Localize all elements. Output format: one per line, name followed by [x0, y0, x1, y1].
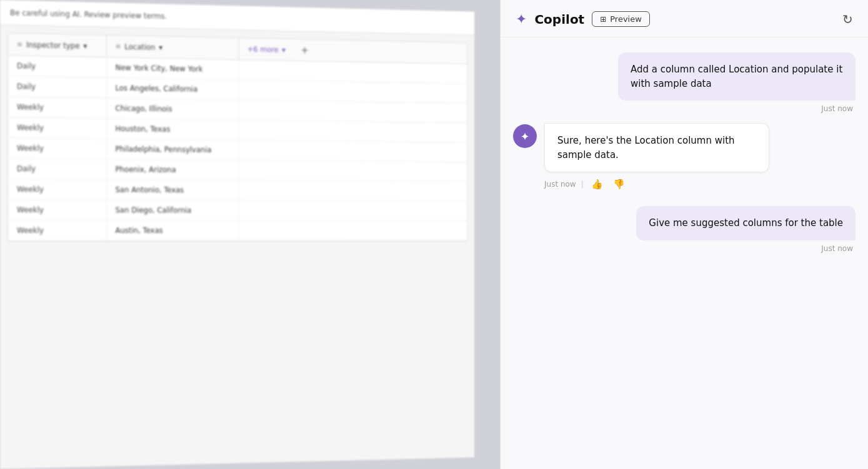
col-header-location[interactable]: ≡ Location ▾ — [107, 36, 239, 60]
location-cell: Chicago, Illinois — [107, 98, 239, 119]
user-message-1-time: Just now — [821, 104, 853, 113]
inspector-cell: Daily — [8, 76, 107, 97]
user-message-2-bubble: Give me suggested columns for the table — [636, 206, 856, 240]
bot-avatar: ✦ — [513, 124, 537, 148]
user-message-1-text: Add a column called Location and populat… — [631, 64, 842, 89]
extra-cols-chevron: ▾ — [282, 46, 286, 54]
chat-area: Add a column called Location and populat… — [501, 37, 868, 469]
table-row: Daily Phoenix, Arizona — [8, 159, 467, 182]
preview-badge-icon: ⊞ — [600, 15, 606, 24]
thumbs-up-button[interactable]: 👍 — [589, 177, 606, 191]
copilot-panel: ✦ Copilot ⊞ Preview ↻ Add a column calle… — [500, 0, 868, 469]
bot-message-1-footer: Just now | 👍 👎 — [544, 177, 627, 191]
location-col-label: Location — [124, 42, 155, 52]
user-message-1-bubble: Add a column called Location and populat… — [618, 52, 856, 101]
extra-cols-label: +6 more — [247, 45, 279, 54]
inspector-cell: Weekly — [8, 200, 107, 220]
location-cell: New York City, New York — [107, 57, 239, 79]
top-bar: Be careful using AI. Review preview term… — [0, 0, 474, 36]
col-header-inspector[interactable]: ≡ Inspector type ▾ — [8, 33, 107, 57]
location-cell: San Diego, California — [107, 200, 239, 220]
preview-badge-label: Preview — [610, 14, 642, 24]
preview-badge[interactable]: ⊞ Preview — [592, 11, 650, 27]
inspector-cell: Weekly — [8, 117, 107, 139]
spreadsheet-panel: Be careful using AI. Review preview term… — [0, 0, 474, 469]
add-col-icon: + — [301, 44, 309, 56]
inspector-cell: Daily — [8, 56, 107, 77]
user-message-2-time: Just now — [821, 244, 853, 253]
inspector-col-icon: ≡ — [17, 41, 22, 49]
bot-footer-divider: | — [581, 180, 584, 189]
inspector-cell: Weekly — [8, 179, 107, 200]
inspector-col-dropdown: ▾ — [83, 41, 87, 50]
location-cell: Los Angeles, California — [107, 78, 239, 100]
location-cell: Austin, Texas — [107, 220, 239, 240]
top-bar-text: Be careful using AI. Review preview term… — [10, 8, 167, 21]
bot-message-1-wrapper: ✦ Sure, here's the Location column with … — [513, 123, 856, 191]
location-cell: Phoenix, Arizona — [107, 159, 239, 180]
copilot-header: ✦ Copilot ⊞ Preview ↻ — [501, 0, 868, 37]
user-message-2-wrapper: Give me suggested columns for the table … — [513, 206, 856, 253]
bot-message-1-text: Sure, here's the Location column with sa… — [557, 135, 735, 160]
copilot-sparkle-icon: ✦ — [516, 11, 527, 27]
inspector-cell: Weekly — [8, 220, 107, 240]
thumbs-down-button[interactable]: 👎 — [611, 177, 627, 191]
inspector-cell: Weekly — [8, 97, 107, 118]
user-message-2-text: Give me suggested columns for the table — [649, 217, 843, 229]
bot-message-1-row: ✦ Sure, here's the Location column with … — [513, 123, 769, 172]
table-row: Weekly San Diego, California — [8, 200, 467, 221]
table-row: Weekly San Antonio, Texas — [8, 179, 467, 202]
location-col-icon: ≡ — [115, 42, 121, 51]
refresh-button[interactable]: ↻ — [842, 12, 853, 27]
bot-message-1-time: Just now — [544, 180, 576, 189]
inspector-cell: Daily — [8, 159, 107, 179]
inspector-col-label: Inspector type — [26, 40, 80, 50]
bot-message-1-bubble: Sure, here's the Location column with sa… — [544, 123, 769, 172]
data-table: ≡ Inspector type ▾ ≡ Location ▾ +6 more … — [7, 32, 467, 242]
location-cell: Houston, Texas — [107, 119, 239, 140]
user-message-1-wrapper: Add a column called Location and populat… — [513, 52, 856, 113]
bot-avatar-icon: ✦ — [520, 130, 529, 143]
table-row: Weekly Austin, Texas — [8, 220, 467, 241]
extra-cols-button[interactable]: +6 more ▾ — [239, 38, 294, 61]
inspector-cell: Weekly — [8, 138, 107, 159]
copilot-title: Copilot — [534, 12, 584, 27]
location-cell: San Antonio, Texas — [107, 180, 239, 200]
add-column-button[interactable]: + — [294, 39, 316, 61]
location-col-dropdown: ▾ — [159, 43, 162, 52]
location-cell: Philadelphia, Pennsylvania — [107, 139, 239, 160]
